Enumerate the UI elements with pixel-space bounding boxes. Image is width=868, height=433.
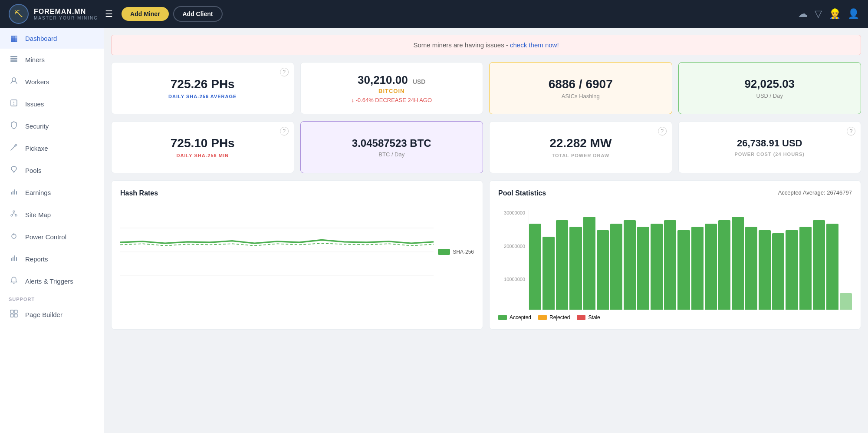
usd-day-label: USD / Day: [756, 93, 783, 99]
sidebar-item-earnings[interactable]: Earnings: [0, 182, 104, 204]
hashrate-legend: SHA-256: [438, 249, 474, 255]
legend-accepted: Accepted: [498, 314, 531, 321]
pool-bar-group: [597, 210, 609, 310]
btc-day-value: 3.04587523 BTC: [352, 137, 431, 149]
pool-bar: [772, 233, 784, 310]
pickaxe-icon: [9, 143, 19, 154]
asics-value: 6886 / 6907: [549, 77, 613, 91]
pool-bar-group: [569, 210, 582, 310]
alert-link[interactable]: check them now!: [510, 41, 559, 49]
stats-grid-row2: ? 725.10 PHs DAILY SHA-256 MIN 3.0458752…: [111, 121, 861, 173]
help-icon-5[interactable]: ?: [280, 127, 289, 136]
sidebar-item-security[interactable]: Security: [0, 115, 104, 137]
add-miner-button[interactable]: Add Miner: [122, 7, 168, 21]
pool-bar-group: [840, 210, 852, 310]
hashrate-chart-area: SHA-256: [120, 204, 474, 300]
btc-currency: USD: [413, 78, 426, 85]
sidebar-item-power-control[interactable]: Power Control: [0, 226, 104, 248]
pool-bar: [732, 217, 744, 310]
pool-y-axis: 30000000 20000000 10000000: [498, 210, 529, 310]
rejected-label: Rejected: [549, 314, 570, 321]
svg-rect-10: [16, 191, 17, 195]
workers-icon: [9, 76, 19, 87]
help-icon-7[interactable]: ?: [658, 127, 667, 136]
user-icon[interactable]: 👤: [848, 8, 859, 20]
svg-point-3: [12, 78, 16, 81]
person-hat-icon[interactable]: 👷: [829, 8, 841, 20]
sidebar-item-reports[interactable]: Reports: [0, 248, 104, 270]
hamburger-menu[interactable]: ☰: [105, 9, 113, 19]
sidebar-item-pickaxe[interactable]: Pickaxe: [0, 137, 104, 159]
pool-chart-header: Pool Statistics Accepted Average: 267467…: [498, 189, 852, 204]
stale-color: [577, 315, 585, 320]
sidebar-item-pools[interactable]: Pools: [0, 159, 104, 182]
y-label-10m: 10000000: [498, 277, 525, 282]
sidebar-label-earnings: Earnings: [25, 189, 51, 196]
sidebar-label-pickaxe: Pickaxe: [25, 145, 48, 152]
pool-bar: [664, 220, 676, 310]
add-client-button[interactable]: Add Client: [173, 6, 223, 22]
earnings-icon: [9, 187, 19, 198]
sha256-min-label: DAILY SHA-256 MIN: [177, 153, 229, 158]
sidebar-item-alerts[interactable]: Alerts & Triggers: [0, 270, 104, 292]
logo-icon: ⛏: [9, 4, 29, 24]
accepted-color: [498, 315, 507, 320]
pool-bar: [677, 230, 690, 310]
pool-bar: [705, 224, 717, 310]
sidebar-item-page-builder[interactable]: Page Builder: [0, 304, 104, 326]
svg-line-16: [14, 214, 16, 215]
pool-bar-group: [705, 210, 717, 310]
stat-card-sha256-min: ? 725.10 PHs DAILY SHA-256 MIN: [111, 121, 294, 173]
svg-rect-26: [14, 314, 17, 317]
sidebar-item-dashboard[interactable]: ▦ Dashboard: [0, 28, 104, 49]
sidebar-label-power-control: Power Control: [25, 233, 66, 241]
stat-card-power-draw: ? 22.282 MW TOTAL POWER DRAW: [489, 121, 672, 173]
sidebar-item-workers[interactable]: Workers: [0, 71, 104, 93]
pool-accepted-avg: Accepted Average: 26746797: [778, 189, 852, 196]
pool-bar-group: [718, 210, 730, 310]
pool-bar-group: [651, 210, 663, 310]
pools-icon: [9, 165, 19, 176]
sha256-avg-value: 725.26 PHs: [171, 77, 235, 91]
topnav: ⛏ FOREMAN.MN MASTER YOUR MINING ☰ Add Mi…: [0, 0, 868, 28]
security-icon: [9, 121, 19, 132]
pool-bar-group: [529, 210, 541, 310]
hashrate-chart-card: Hash Rates: [111, 180, 483, 330]
help-icon-8[interactable]: ?: [847, 127, 855, 136]
pool-bar: [813, 220, 825, 310]
pool-bar: [691, 227, 704, 310]
sidebar-item-issues[interactable]: Issues: [0, 93, 104, 115]
pool-bar: [597, 230, 609, 310]
pool-bar-group: [799, 210, 812, 310]
pool-bar: [718, 220, 730, 310]
filter-icon[interactable]: ▽: [815, 8, 822, 20]
help-icon-1[interactable]: ?: [280, 68, 289, 76]
power-cost-value: 26,738.91 USD: [737, 138, 802, 149]
svg-rect-20: [13, 257, 13, 261]
sidebar-label-dashboard: Dashboard: [25, 35, 57, 42]
usd-day-value: 92,025.03: [744, 77, 795, 91]
btc-coin-label: BITCOIN: [378, 88, 404, 94]
pool-bar: [840, 293, 852, 310]
btc-day-label: BTC / Day: [378, 151, 404, 158]
power-draw-label: TOTAL POWER DRAW: [552, 153, 609, 158]
pool-bar: [556, 220, 568, 310]
alert-banner: Some miners are having issues - check th…: [111, 35, 861, 55]
pool-bar: [826, 224, 838, 310]
svg-rect-25: [10, 314, 13, 317]
sitemap-icon: [9, 209, 19, 220]
sidebar-item-miners[interactable]: Miners: [0, 49, 104, 71]
y-label-20m: 20000000: [498, 244, 525, 249]
pool-bar-group: [786, 210, 798, 310]
legend-stale: Stale: [577, 314, 600, 321]
sidebar-item-sitemap[interactable]: Site Map: [0, 204, 104, 226]
sha256-legend-label: SHA-256: [453, 249, 474, 255]
svg-rect-7: [11, 192, 12, 195]
legend-rejected: Rejected: [538, 314, 570, 321]
pool-bar: [624, 220, 636, 310]
pool-bar: [651, 224, 663, 310]
cloud-upload-icon[interactable]: ☁: [798, 8, 808, 20]
alert-text: Some miners are having issues -: [413, 41, 510, 49]
pool-bar: [745, 227, 757, 310]
pool-bar: [637, 227, 649, 310]
